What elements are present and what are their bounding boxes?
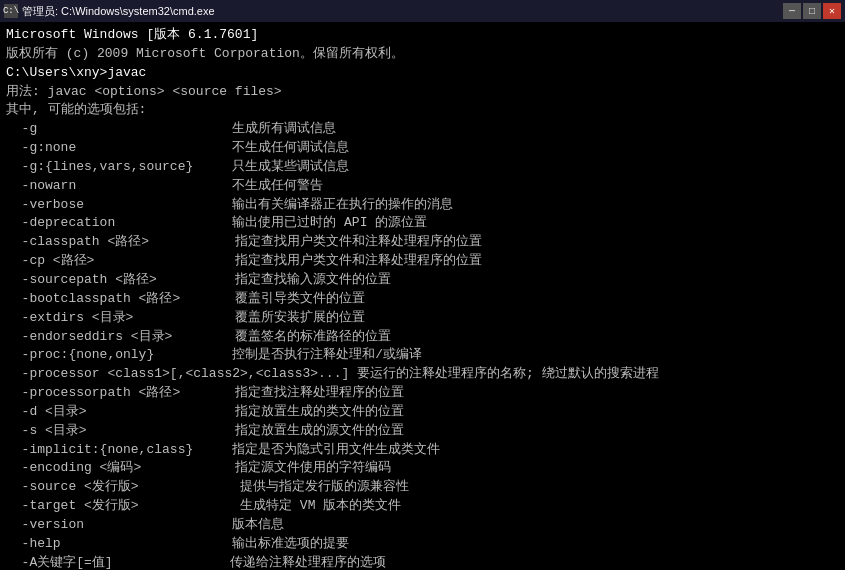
console-line: -processorpath <路径> 指定查找注释处理程序的位置 [6,384,839,403]
console-line: -classpath <路径> 指定查找用户类文件和注释处理程序的位置 [6,233,839,252]
cmd-icon: C:\ [4,4,18,18]
console-line: -deprecation 输出使用已过时的 API 的源位置 [6,214,839,233]
console-line: -implicit:{none,class} 指定是否为隐式引用文件生成类文件 [6,441,839,460]
console-line: 用法: javac <options> <source files> [6,83,839,102]
console-line: -target <发行版> 生成特定 VM 版本的类文件 [6,497,839,516]
console-line: -g:none 不生成任何调试信息 [6,139,839,158]
console-line: -g:{lines,vars,source} 只生成某些调试信息 [6,158,839,177]
cmd-window: C:\ 管理员: C:\Windows\system32\cmd.exe ─ □… [0,0,845,570]
title-bar: C:\ 管理员: C:\Windows\system32\cmd.exe ─ □… [0,0,845,22]
console-line: -encoding <编码> 指定源文件使用的字符编码 [6,459,839,478]
console-line: -bootclasspath <路径> 覆盖引导类文件的位置 [6,290,839,309]
window-controls: ─ □ ✕ [783,3,841,19]
console-line: -proc:{none,only} 控制是否执行注释处理和/或编译 [6,346,839,365]
console-line: -g 生成所有调试信息 [6,120,839,139]
console-line: -verbose 输出有关编译器正在执行的操作的消息 [6,196,839,215]
console-line: -d <目录> 指定放置生成的类文件的位置 [6,403,839,422]
console-line: Microsoft Windows [版本 6.1.7601] [6,26,839,45]
title-bar-left: C:\ 管理员: C:\Windows\system32\cmd.exe [4,4,215,19]
window-title: 管理员: C:\Windows\system32\cmd.exe [22,4,215,19]
console-line: -version 版本信息 [6,516,839,535]
console-line: C:\Users\xny>javac [6,64,839,83]
console-line: -processor <class1>[,<class2>,<class3>..… [6,365,839,384]
console-line: -A关键字[=值] 传递给注释处理程序的选项 [6,554,839,570]
console-line: -source <发行版> 提供与指定发行版的源兼容性 [6,478,839,497]
console-output: Microsoft Windows [版本 6.1.7601]版权所有 (c) … [0,22,845,570]
maximize-button[interactable]: □ [803,3,821,19]
console-line: 版权所有 (c) 2009 Microsoft Corporation。保留所有… [6,45,839,64]
console-line: -nowarn 不生成任何警告 [6,177,839,196]
console-line: -extdirs <目录> 覆盖所安装扩展的位置 [6,309,839,328]
minimize-button[interactable]: ─ [783,3,801,19]
console-line: -endorseddirs <目录> 覆盖签名的标准路径的位置 [6,328,839,347]
console-line: -s <目录> 指定放置生成的源文件的位置 [6,422,839,441]
console-line: -sourcepath <路径> 指定查找输入源文件的位置 [6,271,839,290]
console-line: 其中, 可能的选项包括: [6,101,839,120]
console-line: -cp <路径> 指定查找用户类文件和注释处理程序的位置 [6,252,839,271]
close-button[interactable]: ✕ [823,3,841,19]
console-line: -help 输出标准选项的提要 [6,535,839,554]
